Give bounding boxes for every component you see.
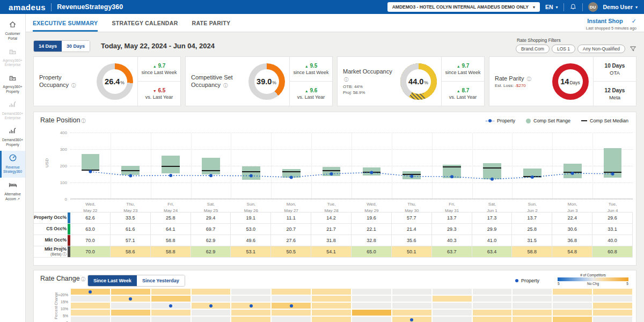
heatmap-cell[interactable] (272, 310, 311, 316)
heatmap-cell[interactable] (392, 296, 431, 302)
heatmap-cell[interactable] (312, 317, 351, 322)
info-icon[interactable]: ⓘ (71, 83, 76, 88)
heatmap-cell[interactable] (151, 289, 191, 295)
table-cell: 58.8 (151, 235, 191, 246)
heatmap-cell[interactable] (513, 296, 552, 302)
instant-shop[interactable]: Instant Shop✓ Last shopped 5 minutes ago (586, 16, 636, 31)
heatmap-cell[interactable] (593, 303, 632, 309)
heatmap-cell[interactable] (433, 296, 472, 302)
heatmap-cell[interactable] (71, 303, 110, 309)
table-row-mkt-occ: Mkt Occ%70.057.158.862.949.627.631.832.8… (34, 235, 633, 246)
heatmap-cell[interactable] (513, 289, 552, 295)
heatmap-cell[interactable] (473, 303, 512, 309)
heatmap-cell[interactable] (392, 303, 431, 309)
heatmap-cell[interactable] (231, 289, 270, 295)
heatmap-cell[interactable] (151, 310, 191, 316)
heatmap-cell[interactable] (272, 296, 311, 302)
heatmap-cell[interactable] (593, 310, 632, 316)
language-selector[interactable]: EN ▾ (545, 4, 558, 10)
sidebar-item-customer-portal[interactable]: Customer Portal (0, 18, 25, 45)
y-axis-label: USD (45, 158, 49, 167)
sidebar-item-demand360-property[interactable]: Demand360+ Property (0, 124, 25, 151)
date-range-toggle: 14 Days30 Days (33, 40, 90, 52)
heatmap-cell[interactable] (433, 317, 472, 322)
heatmap-cell[interactable] (352, 296, 391, 302)
tab-rate-parity[interactable]: RATE PARITY (192, 14, 231, 32)
heatmap-cell[interactable] (553, 289, 592, 295)
heatmap-cell[interactable] (553, 317, 592, 322)
heatmap-cell[interactable] (151, 317, 191, 322)
heatmap-cell[interactable] (312, 303, 351, 309)
heatmap-cell[interactable] (352, 303, 391, 309)
heatmap-cell[interactable] (111, 317, 150, 322)
user-menu[interactable]: Demo User ▾ (603, 4, 638, 10)
heatmap-cell[interactable] (593, 289, 632, 295)
heatmap-cell[interactable] (111, 289, 150, 295)
heatmap-cell[interactable] (192, 317, 231, 322)
heatmap-cell[interactable] (513, 303, 552, 309)
sidebar-item-alternative-accom[interactable]: Alternative Accom ↗ (0, 178, 25, 205)
heatmap-cell[interactable] (392, 289, 431, 295)
filter-funnel-icon[interactable] (630, 46, 636, 53)
heatmap-cell[interactable] (111, 310, 150, 316)
sidebar-item-agency360-property[interactable]: Agency360+ Property (0, 71, 25, 98)
heatmap-cell[interactable] (553, 296, 592, 302)
property-rate-point (330, 172, 333, 175)
heatmap-cell[interactable] (553, 303, 592, 309)
info-icon[interactable]: ⓘ (223, 83, 228, 88)
filter-pill-los-1[interactable]: LOS 1 (552, 45, 575, 53)
heatmap-cell[interactable] (111, 303, 150, 309)
tab-bar: EXECUTIVE SUMMARYSTRATEGY CALENDARRATE P… (26, 14, 644, 32)
heatmap-cell[interactable] (392, 310, 431, 316)
info-icon[interactable]: ⓘ (344, 77, 348, 82)
heatmap-cell[interactable] (352, 310, 391, 316)
heatmap-cell[interactable] (192, 296, 231, 302)
heatmap-cell[interactable] (473, 317, 512, 322)
heatmap-cell[interactable] (71, 296, 110, 302)
heatmap-cell[interactable] (593, 317, 632, 322)
heatmap-cell[interactable] (231, 310, 270, 316)
info-icon[interactable]: ⓘ (81, 277, 85, 282)
heatmap-cell[interactable] (553, 310, 592, 316)
heatmap-cell[interactable] (513, 310, 552, 316)
sidebar-item-demand360-enterprise[interactable]: Demand360+ Enterprise (0, 98, 25, 125)
heatmap-cell[interactable] (71, 310, 110, 316)
heatmap-cell[interactable] (473, 310, 512, 316)
rate-change-toggle-since-last-week[interactable]: Since Last Week (88, 275, 137, 286)
heatmap-cell[interactable] (593, 296, 632, 302)
heatmap-cell[interactable] (513, 317, 552, 322)
heatmap-cell[interactable] (433, 303, 472, 309)
heatmap-cell[interactable] (71, 317, 110, 322)
range-button-14-days[interactable]: 14 Days (34, 41, 62, 52)
info-icon[interactable]: ⓘ (81, 119, 85, 123)
sidebar-item-agency360-enterprise[interactable]: Agency360+ Enterprise (0, 45, 25, 71)
tab-strategy-calendar[interactable]: STRATEGY CALENDAR (112, 14, 178, 32)
heatmap-cell[interactable] (231, 296, 270, 302)
y-tick-label: 100 (52, 180, 67, 185)
filter-pill-any-non-qualified[interactable]: Any Non-Qualified (577, 45, 625, 53)
info-icon[interactable]: ⓘ (526, 77, 531, 82)
heatmap-cell[interactable] (473, 296, 512, 302)
notification-bell-icon[interactable] (569, 3, 577, 11)
property-selector[interactable]: AMDEMO3 - HOTEL COLYN INTERNAL AMADEUS D… (387, 2, 540, 12)
heatmap-cell[interactable] (473, 289, 512, 295)
heatmap-cell[interactable] (272, 289, 311, 295)
heatmap-cell[interactable] (231, 317, 270, 322)
filter-pill-brand-com[interactable]: Brand.Com (516, 45, 550, 53)
heatmap-cell[interactable] (192, 289, 231, 295)
heatmap-cell[interactable] (192, 310, 231, 316)
range-button-30-days[interactable]: 30 Days (62, 41, 90, 52)
heatmap-cell[interactable] (352, 289, 391, 295)
heatmap-cell[interactable] (312, 296, 351, 302)
heatmap-cell[interactable] (433, 289, 472, 295)
tab-executive-summary[interactable]: EXECUTIVE SUMMARY (33, 14, 98, 32)
rate-change-toggle-since-yesterday[interactable]: Since Yesterday (137, 275, 185, 286)
heatmap-cell[interactable] (433, 310, 472, 316)
heatmap-cell[interactable] (352, 317, 391, 322)
heatmap-cell[interactable] (312, 310, 351, 316)
avatar[interactable]: DU (588, 2, 598, 12)
heatmap-cell[interactable] (151, 296, 191, 302)
heatmap-cell[interactable] (312, 289, 351, 295)
sidebar-item-revenue-strategy360[interactable]: Revenue Strategy360 (0, 151, 25, 178)
heatmap-cell[interactable] (272, 317, 311, 322)
